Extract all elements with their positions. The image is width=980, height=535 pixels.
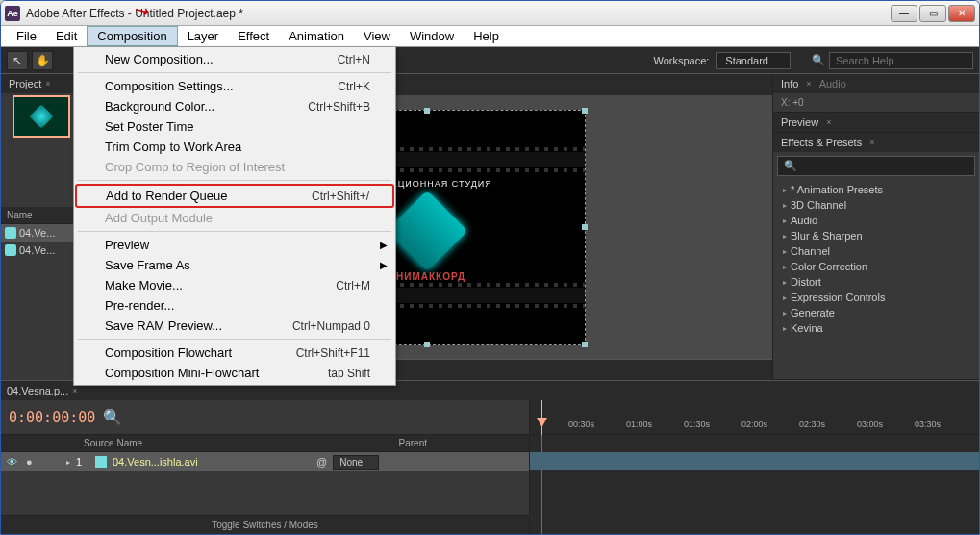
menu-window[interactable]: Window <box>400 27 464 45</box>
footage-icon <box>95 456 107 468</box>
toggle-switches-button[interactable]: Toggle Switches / Modes <box>1 515 529 534</box>
effects-category[interactable]: Audio <box>773 213 979 228</box>
parent-dropdown[interactable]: None <box>333 455 379 470</box>
menu-item: Add Output Module <box>76 208 393 228</box>
solo-toggle[interactable]: ● <box>26 456 36 468</box>
search-help-input[interactable] <box>829 52 973 69</box>
workspace-dropdown[interactable]: Standard <box>716 52 791 69</box>
canvas-text-2: АНИМАККОРД <box>389 271 465 282</box>
menu-item: Crop Comp to Region of Interest <box>76 157 393 177</box>
titlebar: Ae Adobe After Effects - Untitled Projec… <box>1 1 979 26</box>
effects-category[interactable]: Channel <box>773 243 979 259</box>
menu-item[interactable]: Make Movie...Ctrl+M <box>76 275 393 295</box>
ruler-mark: 03:30s <box>915 420 941 429</box>
layer-name[interactable]: 04.Vesn...ishla.avi <box>113 456 247 468</box>
effects-category[interactable]: Distort <box>773 274 979 290</box>
menu-item[interactable]: Composition FlowchartCtrl+Shift+F11 <box>76 343 393 363</box>
twirl-icon[interactable]: ▸ <box>66 458 70 467</box>
menu-view[interactable]: View <box>354 27 400 45</box>
right-panels: Info×Audio X: +0 Preview× Effects & Pres… <box>772 74 979 380</box>
timecode[interactable]: 0:00:00:00 <box>9 409 95 426</box>
search-icon[interactable]: 🔍 <box>103 408 122 426</box>
timeline-tab[interactable]: 04.Vesna.p... <box>7 385 68 396</box>
visibility-toggle-icon[interactable]: 👁 <box>7 456 20 468</box>
search-icon: 🔍 <box>784 160 797 172</box>
window-title: Adobe After Effects - Untitled Project.a… <box>26 7 891 20</box>
maximize-button[interactable]: ▭ <box>919 5 946 22</box>
menu-edit[interactable]: Edit <box>46 27 87 45</box>
menu-animation[interactable]: Animation <box>279 27 354 45</box>
time-ruler[interactable]: 00:30s01:00s01:30s02:00s02:30s03:00s03:3… <box>530 400 979 435</box>
menu-item[interactable]: Add to Render QueueCtrl+Shift+/ <box>75 184 394 208</box>
pickwhip-icon[interactable]: @ <box>316 456 327 468</box>
ruler-mark: 01:30s <box>684 420 710 429</box>
menu-item[interactable]: New Composition...Ctrl+N <box>76 49 393 69</box>
effects-category[interactable]: Color Correction <box>773 259 979 274</box>
menu-item[interactable]: Composition Mini-Flowcharttap Shift <box>76 363 393 383</box>
close-icon[interactable]: × <box>45 79 50 89</box>
menu-effect[interactable]: Effect <box>228 27 279 45</box>
effects-category[interactable]: Kevina <box>773 320 979 336</box>
menu-item[interactable]: Save Frame As▶ <box>76 255 393 275</box>
canvas-logo <box>393 196 461 264</box>
app-icon: Ae <box>5 6 20 21</box>
footage-icon <box>5 244 16 256</box>
effects-category[interactable]: * Animation Presets <box>773 182 979 197</box>
menu-item[interactable]: Set Poster Time <box>76 116 393 137</box>
hand-tool-icon[interactable]: ✋ <box>32 51 53 70</box>
effects-category[interactable]: 3D Channel <box>773 197 979 213</box>
layer-index: 1 <box>76 456 89 468</box>
source-name-header: Source Name <box>84 438 142 448</box>
timeline-layer[interactable]: 👁 ● ▸ 1 04.Vesn...ishla.avi @ None <box>1 452 529 471</box>
minimize-button[interactable]: — <box>891 5 917 22</box>
info-tab[interactable]: Info <box>781 78 798 89</box>
comp-thumbnail[interactable] <box>13 95 70 138</box>
search-icon: 🔍 <box>812 54 825 66</box>
info-body: X: +0 <box>773 93 979 112</box>
composition-menu-dropdown: New Composition...Ctrl+NComposition Sett… <box>73 46 396 386</box>
menu-layer[interactable]: Layer <box>178 27 229 45</box>
comp-icon <box>5 227 16 239</box>
cti-line <box>541 435 542 534</box>
menu-item[interactable]: Save RAM Preview...Ctrl+Numpad 0 <box>76 316 393 336</box>
effects-category[interactable]: Expression Controls <box>773 290 979 305</box>
project-item[interactable]: 04.Ve... <box>1 224 81 242</box>
menu-item[interactable]: Trim Comp to Work Area <box>76 137 393 157</box>
project-tab[interactable]: Project <box>9 78 41 89</box>
effects-category[interactable]: Generate <box>773 305 979 320</box>
transform-handle[interactable] <box>582 108 588 114</box>
ruler-mark: 02:00s <box>741 420 767 429</box>
parent-header: Parent <box>399 438 427 448</box>
menu-item[interactable]: Background Color...Ctrl+Shift+B <box>76 96 393 116</box>
timeline-panel: 04.Vesna.p...× 0:00:00:00 🔍 Source Name … <box>1 380 979 534</box>
close-button[interactable]: ✕ <box>948 5 975 22</box>
menu-item[interactable]: Preview▶ <box>76 235 393 255</box>
timeline-tracks[interactable]: 00:30s01:00s01:30s02:00s02:30s03:00s03:3… <box>530 400 979 534</box>
project-panel: Project× Name 04.Ve... 04.Ve... <box>1 74 82 380</box>
menu-item[interactable]: Pre-render... <box>76 295 393 316</box>
menu-file[interactable]: File <box>7 27 46 45</box>
menu-item[interactable]: Composition Settings...Ctrl+K <box>76 76 393 96</box>
effects-presets-tab[interactable]: Effects & Presets <box>781 137 862 148</box>
transform-handle[interactable] <box>582 224 588 230</box>
workspace-label: Workspace: <box>653 55 709 66</box>
menu-help[interactable]: Help <box>464 27 509 45</box>
ruler-mark: 02:30s <box>799 420 825 429</box>
preview-tab[interactable]: Preview <box>781 116 818 128</box>
selection-tool-icon[interactable]: ↖ <box>7 51 28 70</box>
ruler-mark: 01:00s <box>626 420 652 429</box>
transform-handle[interactable] <box>582 342 588 347</box>
menu-composition[interactable]: Composition <box>87 26 177 46</box>
transform-handle[interactable] <box>424 108 430 114</box>
transform-handle[interactable] <box>424 342 430 347</box>
ruler-mark: 00:30s <box>568 420 594 429</box>
name-column-header: Name <box>7 210 33 220</box>
menubar: FileEditCompositionLayerEffectAnimationV… <box>1 26 979 47</box>
audio-tab[interactable]: Audio <box>819 78 846 89</box>
effects-search-input[interactable]: 🔍 <box>777 156 975 176</box>
project-item[interactable]: 04.Ve... <box>1 242 81 259</box>
layer-bar[interactable] <box>530 452 979 470</box>
ruler-mark: 03:00s <box>857 420 883 429</box>
effects-category[interactable]: Blur & Sharpen <box>773 228 979 243</box>
